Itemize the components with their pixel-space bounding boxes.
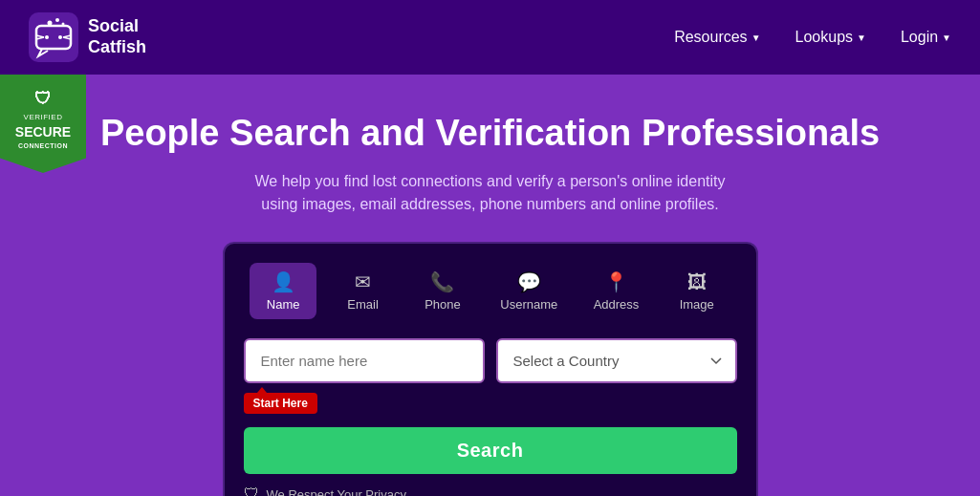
privacy-row: 🛡 We Respect Your Privacy. — [244, 485, 737, 496]
tab-name-label: Name — [267, 297, 300, 312]
tab-image[interactable]: 🖼 Image — [664, 264, 730, 319]
nav-lookups[interactable]: Lookups ▼ — [795, 29, 866, 46]
privacy-text: We Respect Your Privacy. — [267, 487, 409, 496]
nav: Resources ▼ Lookups ▼ Login ▼ — [674, 29, 951, 46]
svg-point-10 — [62, 23, 65, 26]
country-select[interactable]: Select a Country United States United Ki… — [496, 338, 737, 383]
shield-privacy-icon: 🛡 — [244, 485, 259, 496]
nav-login[interactable]: Login ▼ — [901, 29, 951, 46]
tab-address[interactable]: 📍 Address — [582, 263, 651, 319]
resources-caret-icon: ▼ — [751, 32, 761, 43]
tab-name[interactable]: 👤 Name — [250, 263, 316, 319]
nav-resources[interactable]: Resources ▼ — [674, 29, 760, 46]
logo-text: Social Catfish — [88, 16, 146, 57]
person-icon: 👤 — [272, 270, 295, 293]
start-here-area: Start Here — [244, 391, 737, 414]
svg-point-8 — [48, 21, 53, 26]
search-button[interactable]: Search — [244, 427, 737, 474]
page-subtitle: We help you find lost connections and ve… — [242, 170, 739, 218]
tab-username[interactable]: 💬 Username — [489, 263, 569, 319]
shield-verified-icon: 🛡 — [10, 88, 76, 110]
svg-point-2 — [45, 35, 49, 39]
logo: Social Catfish — [29, 12, 146, 62]
login-caret-icon: ▼ — [942, 32, 951, 43]
tab-address-label: Address — [594, 297, 640, 312]
username-icon: 💬 — [517, 270, 541, 293]
tab-image-label: Image — [680, 297, 714, 312]
image-icon: 🖼 — [687, 271, 707, 293]
tab-phone[interactable]: 📞 Phone — [409, 263, 476, 319]
headline-area: People Search and Verification Professio… — [38, 103, 942, 232]
header: Social Catfish Resources ▼ Lookups ▼ Log… — [0, 0, 980, 75]
tab-username-label: Username — [500, 297, 557, 312]
search-tabs: 👤 Name ✉ Email 📞 Phone 💬 Username 📍 Addr… — [244, 263, 737, 319]
main-content: 🛡 VERIFIED SECURE CONNECTION People Sear… — [0, 75, 980, 496]
secure-badge: 🛡 VERIFIED SECURE CONNECTION — [0, 75, 86, 173]
tab-phone-label: Phone — [425, 297, 461, 312]
phone-icon: 📞 — [430, 270, 454, 293]
page-title: People Search and Verification Professio… — [38, 113, 942, 155]
logo-icon — [29, 12, 78, 62]
email-icon: ✉ — [355, 270, 371, 293]
inputs-row: Select a Country United States United Ki… — [244, 338, 737, 383]
tab-email[interactable]: ✉ Email — [330, 263, 397, 319]
start-here-badge: Start Here — [244, 393, 317, 414]
search-box: 👤 Name ✉ Email 📞 Phone 💬 Username 📍 Addr… — [223, 242, 758, 496]
svg-point-9 — [55, 18, 59, 22]
name-input[interactable] — [244, 338, 485, 383]
lookups-caret-icon: ▼ — [857, 32, 866, 43]
tab-email-label: Email — [347, 297, 379, 312]
svg-point-3 — [58, 35, 62, 39]
address-icon: 📍 — [604, 270, 628, 293]
